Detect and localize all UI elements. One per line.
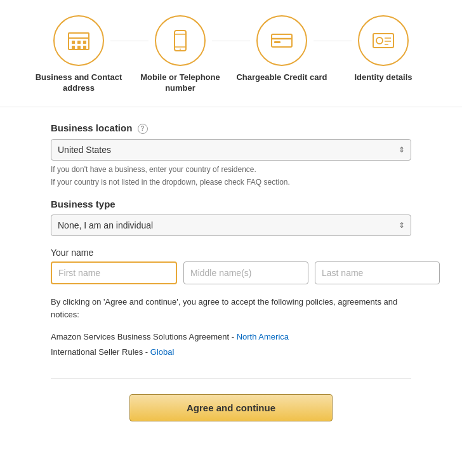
svg-point-16: [376, 37, 383, 44]
policy-line1-text: Amazon Services Business Solutions Agree…: [51, 332, 237, 341]
policy-line2-text: International Seller Rules -: [51, 347, 150, 357]
mobile-icon: [168, 28, 193, 53]
steps-header: Business and Contact address Mobile or T…: [0, 0, 462, 107]
policy-links: Amazon Services Business Solutions Agree…: [51, 329, 411, 359]
step-business-contact: Business and Contact address: [28, 15, 129, 94]
step-mobile-telephone: Mobile or Telephone number: [129, 15, 231, 94]
svg-rect-2: [72, 41, 75, 44]
first-name-input[interactable]: [51, 261, 177, 284]
step-identity-details: Identity details: [333, 15, 434, 83]
policy-line2: International Seller Rules - Global: [51, 345, 411, 359]
cta-container: Agree and continue: [51, 394, 411, 440]
north-america-link[interactable]: North America: [237, 332, 289, 341]
business-location-section: Business location ? United States Canada…: [51, 122, 411, 188]
step-label-business-contact: Business and Contact address: [28, 72, 129, 94]
svg-rect-8: [175, 30, 186, 51]
step-label-mobile-telephone: Mobile or Telephone number: [129, 72, 231, 94]
middle-name-input[interactable]: [183, 261, 308, 284]
main-form: Business location ? United States Canada…: [0, 107, 462, 453]
svg-rect-14: [274, 41, 280, 43]
policy-description: By clicking on 'Agree and continue', you…: [51, 296, 411, 321]
business-location-select-wrapper: United States Canada United Kingdom Germ…: [51, 139, 411, 161]
business-location-hint1: If you don't have a business, enter your…: [51, 164, 411, 175]
business-location-select[interactable]: United States Canada United Kingdom Germ…: [51, 139, 411, 161]
business-location-help-icon[interactable]: ?: [138, 124, 148, 134]
business-type-label: Business type: [51, 199, 411, 209]
agree-continue-button[interactable]: Agree and continue: [129, 394, 333, 421]
divider: [51, 378, 411, 379]
business-location-hint2: If your country is not listed in the dro…: [51, 177, 411, 188]
last-name-input[interactable]: [315, 261, 440, 284]
svg-point-11: [180, 49, 181, 50]
your-name-section: Your name: [51, 248, 411, 284]
step-label-identity-details: Identity details: [354, 72, 412, 83]
svg-rect-3: [77, 41, 81, 44]
building-icon: [66, 28, 91, 53]
name-inputs-row: [51, 261, 411, 284]
credit-card-icon: [269, 28, 294, 53]
policy-line1: Amazon Services Business Solutions Agree…: [51, 329, 411, 344]
step-icon-business-contact: [53, 15, 104, 66]
svg-rect-5: [72, 46, 75, 49]
svg-rect-4: [83, 41, 86, 44]
step-icon-identity: [358, 15, 409, 66]
step-label-credit-card: Chargeable Credit card: [236, 72, 327, 83]
business-location-label: Business location ?: [51, 122, 411, 134]
step-credit-card: Chargeable Credit card: [231, 15, 333, 83]
step-icon-credit-card: [256, 15, 307, 66]
business-type-select[interactable]: None, I am an individual Privately-owned…: [51, 215, 411, 236]
global-link[interactable]: Global: [150, 347, 175, 357]
your-name-label: Your name: [51, 248, 411, 258]
svg-rect-12: [272, 34, 292, 47]
business-type-select-wrapper: None, I am an individual Privately-owned…: [51, 215, 411, 236]
step-icon-mobile: [155, 15, 206, 66]
identity-icon: [371, 28, 396, 53]
svg-rect-6: [77, 46, 81, 49]
business-type-section: Business type None, I am an individual P…: [51, 199, 411, 236]
svg-rect-7: [83, 46, 86, 49]
